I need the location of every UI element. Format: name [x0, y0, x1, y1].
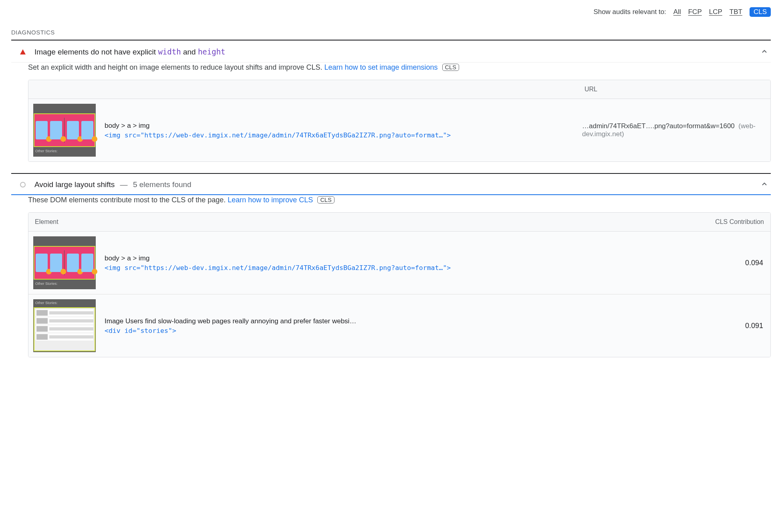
- audit-toggle[interactable]: Image elements do not have explicit widt…: [11, 41, 771, 62]
- learn-link[interactable]: Learn how to improve CLS: [228, 196, 313, 204]
- table-row: Other Stories: body > a > img <img src="…: [28, 99, 770, 161]
- filter-fcp[interactable]: FCP: [688, 8, 702, 16]
- filter-lcp[interactable]: LCP: [709, 8, 722, 16]
- element-title: Image Users find slow-loading web pages …: [105, 317, 686, 325]
- dom-selector: body > a > img: [105, 254, 686, 262]
- chevron-up-icon: [761, 179, 768, 190]
- audit-title: Avoid large layout shifts — 5 elements f…: [34, 180, 191, 189]
- table-head: Element CLS Contribution: [28, 213, 770, 232]
- cls-badge: CLS: [442, 64, 459, 71]
- filter-cls-active[interactable]: CLS: [750, 7, 771, 17]
- filter-bar: Show audits relevant to: All FCP LCP TBT…: [11, 4, 771, 22]
- filter-all[interactable]: All: [673, 8, 681, 16]
- resource-url[interactable]: …admin/74TRx6aET….png?auto=format&w=1600: [582, 122, 735, 130]
- filter-tbt[interactable]: TBT: [730, 8, 742, 16]
- table-head: URL: [28, 80, 770, 99]
- audit-title: Image elements do not have explicit widt…: [34, 47, 226, 56]
- table-row: Other Stories: body > a > img <img src="…: [28, 232, 770, 294]
- diagnostics-heading: DIAGNOSTICS: [11, 22, 771, 40]
- dom-snippet: <div id="stories">: [105, 327, 686, 335]
- cls-table: Element CLS Contribution Other Stories:: [28, 212, 771, 357]
- audit-body: These DOM elements contribute most to th…: [11, 195, 771, 367]
- dom-snippet: <img src="https://web-dev.imgix.net/imag…: [105, 131, 574, 139]
- audit-image-dimensions: Image elements do not have explicit widt…: [11, 40, 771, 171]
- cls-badge: CLS: [317, 196, 334, 204]
- col-element: Element: [28, 213, 690, 231]
- url-table: URL Other Stories: body > a > i: [28, 80, 771, 162]
- fail-triangle-icon: [18, 49, 27, 55]
- cls-value: 0.094: [690, 252, 770, 274]
- element-thumbnail: Other Stories:: [33, 236, 96, 289]
- audit-body: Set an explicit width and height on imag…: [11, 62, 771, 171]
- chevron-up-icon: [761, 47, 768, 57]
- cls-value: 0.091: [690, 315, 770, 337]
- col-cls-contribution: CLS Contribution: [690, 213, 770, 231]
- element-thumbnail: Other Stories:: [33, 104, 96, 157]
- info-circle-icon: [18, 182, 27, 187]
- element-thumbnail: Other Stories:: [33, 299, 96, 352]
- dom-selector: body > a > img: [105, 122, 574, 130]
- col-url: URL: [578, 80, 770, 99]
- table-row: Other Stories: Image Users find slow-loa…: [28, 294, 770, 357]
- audit-description: These DOM elements contribute most to th…: [28, 196, 771, 204]
- audit-large-layout-shifts: Avoid large layout shifts — 5 elements f…: [11, 174, 771, 367]
- audit-description: Set an explicit width and height on imag…: [28, 63, 771, 72]
- svg-marker-0: [20, 49, 26, 54]
- learn-link[interactable]: Learn how to set image dimensions: [324, 63, 437, 71]
- audit-toggle[interactable]: Avoid large layout shifts — 5 elements f…: [11, 174, 771, 195]
- filter-label: Show audits relevant to:: [593, 8, 666, 16]
- dom-snippet: <img src="https://web-dev.imgix.net/imag…: [105, 264, 686, 272]
